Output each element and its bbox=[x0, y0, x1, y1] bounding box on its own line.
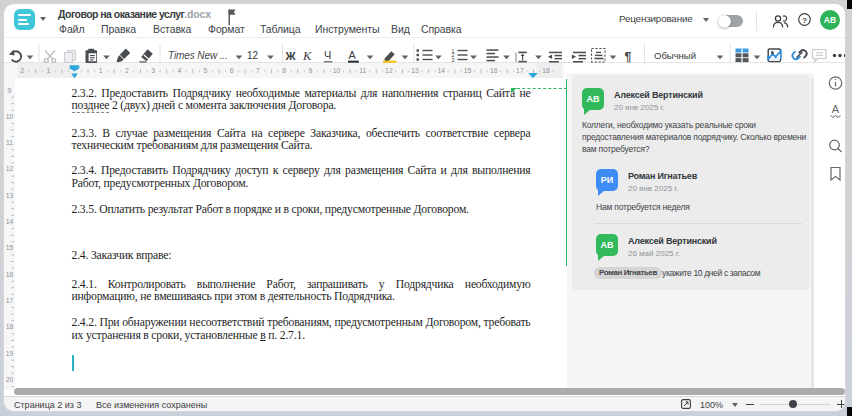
svg-text:9: 9 bbox=[8, 87, 12, 94]
svg-text:Обычный: Обычный bbox=[654, 50, 696, 61]
svg-text:20: 20 bbox=[6, 376, 14, 383]
svg-text:14: 14 bbox=[6, 218, 14, 225]
svg-text:9: 9 bbox=[308, 67, 312, 74]
svg-text:13: 13 bbox=[411, 67, 419, 74]
svg-text:1: 1 bbox=[46, 67, 50, 74]
svg-text:А: А bbox=[349, 49, 357, 61]
svg-text:16: 16 bbox=[490, 67, 498, 74]
svg-text:12: 12 bbox=[6, 165, 14, 172]
svg-text:Ч: Ч bbox=[324, 49, 331, 61]
svg-text:13: 13 bbox=[6, 192, 14, 199]
svg-text:18: 18 bbox=[542, 67, 550, 74]
svg-text:15: 15 bbox=[6, 244, 14, 251]
svg-text:19: 19 bbox=[6, 350, 14, 357]
svg-text:10: 10 bbox=[6, 113, 14, 120]
svg-text:8: 8 bbox=[282, 67, 286, 74]
svg-text:12: 12 bbox=[247, 50, 259, 61]
svg-text:6: 6 bbox=[230, 67, 234, 74]
svg-text:1: 1 bbox=[99, 67, 103, 74]
svg-text:3: 3 bbox=[451, 57, 455, 63]
svg-text:18: 18 bbox=[6, 323, 14, 330]
svg-text:7: 7 bbox=[256, 67, 260, 74]
svg-text:11: 11 bbox=[6, 139, 13, 146]
svg-text:12: 12 bbox=[385, 67, 393, 74]
svg-text:17: 17 bbox=[516, 67, 524, 74]
svg-text:4: 4 bbox=[177, 67, 181, 74]
svg-text:3: 3 bbox=[151, 67, 155, 74]
svg-text:14: 14 bbox=[438, 67, 446, 74]
svg-text:17: 17 bbox=[6, 297, 14, 304]
svg-text:¶: ¶ bbox=[625, 50, 632, 64]
svg-text:5: 5 bbox=[204, 67, 208, 74]
svg-text:11: 11 bbox=[359, 67, 366, 74]
svg-text:15: 15 bbox=[464, 67, 472, 74]
svg-text:Ж: Ж bbox=[285, 50, 297, 62]
svg-text:2: 2 bbox=[125, 67, 129, 74]
svg-text:Times New ...: Times New ... bbox=[168, 50, 228, 61]
svg-text:К: К bbox=[302, 49, 312, 63]
svg-text:2: 2 bbox=[20, 67, 24, 74]
svg-text:А: А bbox=[832, 103, 840, 115]
svg-text:10: 10 bbox=[333, 67, 341, 74]
svg-text:16: 16 bbox=[6, 271, 14, 278]
